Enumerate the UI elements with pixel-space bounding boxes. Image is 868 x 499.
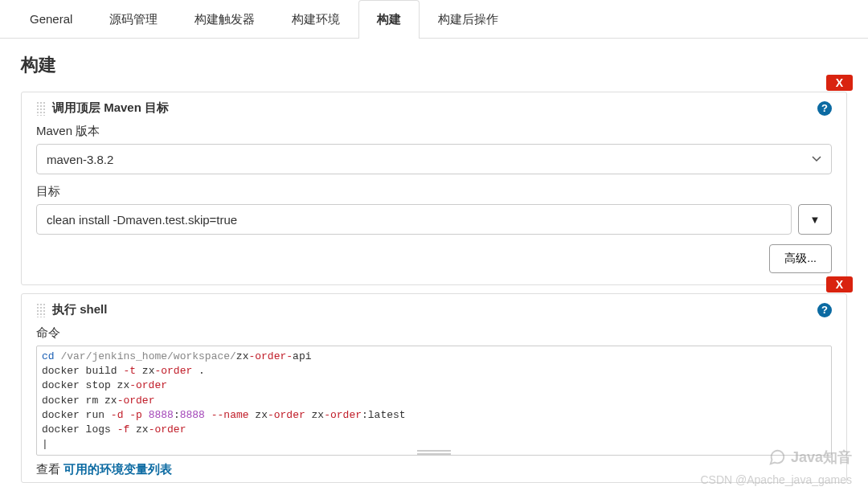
resize-handle[interactable] — [417, 450, 451, 455]
page-title: 构建 — [0, 39, 868, 88]
shell-command-label: 命令 — [36, 325, 832, 341]
drag-handle-icon[interactable] — [36, 303, 46, 317]
shell-command-textarea[interactable]: cd /var/jenkins_home/workspace/zx-order-… — [36, 346, 832, 456]
config-tabs: General 源码管理 构建触发器 构建环境 构建 构建后操作 — [0, 0, 868, 39]
goals-expand-button[interactable]: ▼ — [798, 204, 832, 235]
maven-version-select[interactable]: maven-3.8.2 — [36, 144, 832, 174]
maven-goals-input[interactable] — [36, 204, 792, 235]
shell-step-title: 执行 shell — [52, 302, 811, 317]
env-link-prefix: 查看 — [36, 462, 63, 476]
env-variables-link[interactable]: 可用的环境变量列表 — [63, 462, 172, 476]
tab-triggers[interactable]: 构建触发器 — [176, 0, 273, 39]
help-icon[interactable]: ? — [817, 101, 832, 116]
advanced-button[interactable]: 高级... — [769, 244, 832, 273]
drag-handle-icon[interactable] — [36, 101, 46, 116]
delete-shell-step-button[interactable]: X — [826, 276, 853, 292]
maven-version-label: Maven 版本 — [36, 124, 832, 139]
shell-build-step: X 执行 shell ? 命令 cd /var/jenkins_home/wor… — [21, 293, 847, 483]
help-icon[interactable]: ? — [817, 303, 832, 317]
tab-post-build[interactable]: 构建后操作 — [420, 0, 517, 39]
tab-general[interactable]: General — [11, 0, 91, 39]
maven-step-title: 调用顶层 Maven 目标 — [52, 100, 811, 116]
maven-goals-label: 目标 — [36, 184, 832, 199]
maven-build-step: X 调用顶层 Maven 目标 ? Maven 版本 maven-3.8.2 目… — [21, 92, 847, 285]
delete-maven-step-button[interactable]: X — [826, 75, 853, 91]
tab-build[interactable]: 构建 — [358, 0, 420, 39]
tab-scm[interactable]: 源码管理 — [91, 0, 176, 39]
tab-env[interactable]: 构建环境 — [273, 0, 358, 39]
